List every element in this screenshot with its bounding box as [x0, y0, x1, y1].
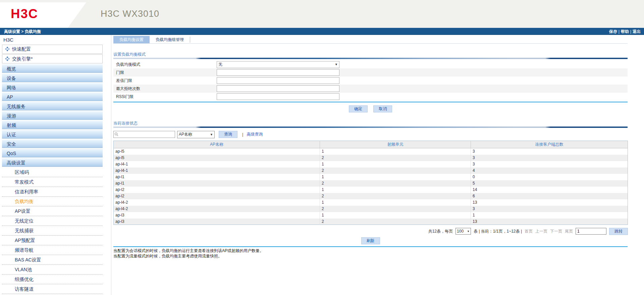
cell-radio-unit: 2	[320, 193, 471, 199]
sidebar-subitem-ap-setup[interactable]: AP设置	[2, 206, 103, 216]
cell-radio-unit: 2	[320, 206, 471, 212]
sidebar-subitem-band-navigation[interactable]: 频谱导航	[2, 245, 103, 255]
page-size-select[interactable]: 100 ▼	[455, 228, 471, 235]
sidebar-item-label: 交换引擎*	[12, 56, 33, 61]
status-section-title: 当前连接状态	[113, 120, 628, 126]
search-input[interactable]	[113, 131, 175, 138]
table-row: ap-l125	[114, 180, 628, 187]
cell-ap-name: ap-l3	[114, 212, 320, 218]
cancel-button[interactable]: 取消	[373, 105, 392, 112]
last-page-link[interactable]: 尾页	[565, 229, 573, 234]
cell-ap-name: ap-l2	[114, 193, 320, 199]
help-link[interactable]: 帮助	[621, 29, 629, 34]
query-row: AP名称 ▼ 查询 | 高级查询	[113, 131, 628, 138]
tab-load-balance-settings[interactable]: 负载均衡设置	[113, 36, 150, 43]
sidebar-item-wlan-service[interactable]: 无线服务	[2, 102, 103, 110]
max-deny-count-input[interactable]	[217, 85, 339, 92]
sidebar-subitem-channel-usage[interactable]: 信道利用率	[2, 187, 103, 197]
sidebar-subitem-bas-ac[interactable]: BAS AC设置	[2, 255, 103, 265]
table-row: ap-l4-223	[114, 206, 628, 212]
tab-bar: 负载均衡设置 负载均衡组管理	[113, 36, 628, 44]
table-header-row: AP名称 射频单元 连接客户端总数	[114, 141, 628, 148]
sidebar-item-label: 快速配置	[12, 46, 31, 52]
cell-ap-name: ap-l4-2	[114, 199, 320, 206]
ok-button[interactable]: 确定	[349, 105, 368, 112]
sidebar-item-overview[interactable]: 概览	[2, 64, 103, 73]
sidebar-subitem-continuous-mode[interactable]: 常发模式	[2, 177, 103, 187]
cell-client-total: 6	[471, 193, 628, 199]
sidebar-subitem-vlan-pool[interactable]: VLAN池	[2, 265, 103, 275]
select-value: 无	[218, 62, 222, 67]
sidebar-item-switch-engine[interactable]: 交换引擎*	[2, 54, 103, 63]
rssi-threshold-input[interactable]	[217, 93, 339, 100]
col-header-radio-unit: 射频单元	[320, 141, 471, 148]
jump-button[interactable]: 跳转	[609, 228, 628, 235]
cell-radio-unit: 2	[320, 180, 471, 187]
select-value: 100	[457, 229, 464, 234]
sidebar-item-network[interactable]: 网络	[2, 83, 103, 92]
advanced-query-link[interactable]: 高级查询	[247, 132, 263, 137]
search-field-select[interactable]: AP名称 ▼	[177, 131, 215, 138]
goto-page-input[interactable]	[576, 228, 606, 235]
select-value: AP名称	[179, 132, 192, 137]
field-label: 最大拒绝次数	[113, 86, 217, 92]
sidebar-item-quick-config[interactable]: 快速配置	[2, 45, 103, 54]
sidebar-item-device[interactable]: 设备	[2, 73, 103, 82]
sidebar-subitem-multicast-opt[interactable]: 组播优化	[2, 275, 103, 284]
sidebar-item-auth[interactable]: 认证	[2, 130, 103, 139]
table-row: ap-l513	[114, 148, 628, 155]
sidebar-subitem-guest-tunnel[interactable]: 访客隧道	[2, 284, 103, 294]
load-balance-mode-select[interactable]: 无 ▼	[217, 61, 339, 68]
sidebar-item-qos[interactable]: QoS	[2, 149, 103, 157]
sidebar-item-security[interactable]: 安全	[2, 139, 103, 148]
sidebar-item-ap[interactable]: AP	[2, 92, 103, 101]
table-row: ap-l4-124	[114, 167, 628, 174]
search-icon	[114, 132, 118, 136]
cell-client-total: 5	[471, 180, 628, 187]
form-buttons: 确定 取消	[113, 105, 628, 112]
first-page-link[interactable]: 首页	[525, 229, 533, 234]
refresh-row: 刷新	[113, 237, 628, 244]
threshold-input[interactable]	[217, 69, 339, 76]
sidebar-subitem-wlan-location[interactable]: 无线定位	[2, 216, 103, 226]
sidebar-subitem-wlan-capture[interactable]: 无线捕获	[2, 226, 103, 236]
pagination: 共12条，每页 100 ▼ 条 | 当前：1/1页，1~12条 | 首页 上一页…	[113, 228, 628, 235]
cell-ap-name: ap-l1	[114, 174, 320, 180]
cell-radio-unit: 2	[320, 167, 471, 174]
sidebar-item-roaming[interactable]: 漫游	[2, 111, 103, 120]
sidebar-subitem-load-balance[interactable]: 负载均衡	[2, 197, 103, 206]
sidebar-item-advanced[interactable]: 高级设置	[2, 158, 103, 167]
gap-threshold-input[interactable]	[217, 77, 339, 84]
prev-page-link[interactable]: 上一页	[535, 229, 547, 234]
divider-line	[113, 246, 628, 247]
next-page-link[interactable]: 下一页	[550, 229, 562, 234]
diamond-icon	[5, 47, 10, 51]
cell-radio-unit: 1	[320, 199, 471, 206]
section-underline	[113, 58, 628, 59]
h3c-logo: H3C	[11, 7, 38, 21]
refresh-button[interactable]: 刷新	[361, 237, 380, 244]
cell-ap-name: ap-l5	[114, 155, 320, 161]
mode-form: 负载均衡模式 无 ▼ 门限 差值门限 最大拒绝次数 RSSI门限	[113, 60, 628, 101]
cell-radio-unit: 1	[320, 187, 471, 193]
sidebar-item-radio[interactable]: 射频	[2, 120, 103, 129]
sidebar-subitem-ap-provision[interactable]: AP预配置	[2, 236, 103, 245]
cell-client-total: 4	[471, 167, 628, 174]
sidebar-root-label: H3C	[2, 36, 103, 45]
chevron-down-icon: ▼	[335, 63, 338, 66]
sidebar-subitem-region-code[interactable]: 区域码	[2, 167, 103, 177]
cell-client-total: 13	[471, 218, 628, 225]
field-label: 门限	[113, 70, 217, 76]
cell-client-total: 14	[471, 187, 628, 193]
cell-radio-unit: 1	[320, 174, 471, 180]
save-link[interactable]: 保存	[609, 29, 617, 34]
table-row: ap-l311	[114, 212, 628, 218]
query-button[interactable]: 查询	[219, 131, 237, 138]
cell-radio-unit: 1	[320, 212, 471, 218]
table-row: ap-l226	[114, 193, 628, 199]
main-content: 负载均衡设置 负载均衡组管理 设置负载均衡模式 负载均衡模式 无 ▼ 门限 差值…	[111, 35, 628, 295]
tab-load-balance-groups[interactable]: 负载均衡组管理	[150, 36, 190, 43]
table-row: ap-l3213	[114, 218, 628, 225]
cell-client-total: 1	[471, 212, 628, 218]
logout-link[interactable]: 退出	[633, 29, 641, 34]
